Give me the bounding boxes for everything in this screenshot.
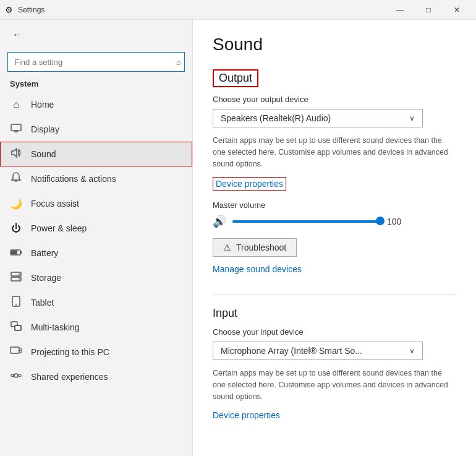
- sidebar-item-home[interactable]: ⌂ Home: [0, 92, 192, 117]
- svg-point-12: [15, 304, 17, 306]
- sidebar-tablet-label: Tablet: [31, 298, 54, 308]
- sidebar-item-power[interactable]: ⏻ Power & sleep: [0, 216, 192, 241]
- sidebar-item-projecting[interactable]: Projecting to this PC: [0, 340, 192, 364]
- input-device-properties-link[interactable]: Device properties: [213, 410, 280, 420]
- notifications-icon: [10, 172, 22, 186]
- sidebar-item-notifications[interactable]: Notifications & actions: [0, 166, 192, 191]
- maximize-button[interactable]: □: [414, 0, 443, 20]
- input-info-text: Certain apps may be set up to use differ…: [213, 368, 456, 402]
- input-device-value: Microphone Array (Intel® Smart So...: [221, 346, 362, 356]
- manage-sound-devices-link[interactable]: Manage sound devices: [213, 264, 302, 274]
- sidebar-home-label: Home: [31, 100, 54, 110]
- sidebar-shared-label: Shared experiences: [31, 372, 108, 382]
- settings-icon: ⚙: [5, 5, 13, 15]
- sidebar-item-sound[interactable]: Sound: [0, 142, 192, 166]
- volume-row: 🔊 100: [213, 215, 456, 228]
- sound-icon: [10, 148, 22, 160]
- search-input[interactable]: [7, 52, 185, 72]
- volume-value: 100: [387, 217, 406, 226]
- troubleshoot-button[interactable]: ⚠ Troubleshoot: [213, 238, 297, 257]
- output-device-dropdown[interactable]: Speakers (Realtek(R) Audio) ∨: [213, 109, 423, 127]
- device-properties-link[interactable]: Device properties: [213, 177, 286, 191]
- svg-rect-6: [20, 251, 22, 254]
- volume-thumb: [376, 217, 385, 225]
- titlebar-left: ⚙ Settings: [5, 5, 45, 15]
- sidebar-projecting-label: Projecting to this PC: [31, 347, 109, 357]
- battery-icon: [10, 247, 22, 259]
- sidebar-power-label: Power & sleep: [31, 223, 87, 233]
- output-device-value: Speakers (Realtek(R) Audio): [221, 113, 331, 123]
- sidebar-item-storage[interactable]: Storage: [0, 265, 192, 290]
- output-info-text: Certain apps may be set up to use differ…: [213, 135, 456, 170]
- tablet-icon: [10, 296, 22, 309]
- sidebar-focus-label: Focus assist: [31, 199, 79, 209]
- sidebar-item-tablet[interactable]: Tablet: [0, 290, 192, 315]
- troubleshoot-label: Troubleshoot: [236, 243, 286, 252]
- svg-marker-3: [12, 148, 17, 157]
- svg-rect-0: [11, 124, 21, 131]
- power-icon: ⏻: [10, 223, 22, 234]
- input-device-label: Choose your input device: [213, 327, 456, 337]
- display-icon: [10, 124, 22, 135]
- storage-icon: [10, 272, 22, 284]
- volume-fill: [232, 220, 381, 223]
- output-device-label: Choose your output device: [213, 95, 456, 104]
- sidebar-battery-label: Battery: [31, 248, 58, 258]
- svg-point-19: [14, 374, 18, 377]
- troubleshoot-icon: ⚠: [223, 243, 231, 252]
- sidebar-display-label: Display: [31, 124, 59, 134]
- sidebar-item-multitasking[interactable]: Multi-tasking: [0, 315, 192, 340]
- minimize-button[interactable]: —: [386, 0, 414, 20]
- sidebar-sound-label: Sound: [31, 149, 56, 159]
- sidebar-item-battery[interactable]: Battery: [0, 241, 192, 265]
- sidebar-section-label: System: [0, 77, 192, 92]
- back-button[interactable]: ←: [7, 25, 27, 45]
- sidebar-multitasking-label: Multi-tasking: [31, 322, 80, 332]
- titlebar: ⚙ Settings — □ ✕: [0, 0, 476, 20]
- search-box: ⌕: [7, 52, 185, 72]
- sidebar: ← ⌕ System ⌂ Home Display: [0, 20, 193, 456]
- sidebar-item-shared[interactable]: Shared experiences: [0, 364, 192, 389]
- content-area: Sound Output Choose your output device S…: [193, 20, 476, 456]
- sidebar-item-display[interactable]: Display: [0, 117, 192, 142]
- input-section: Input Choose your input device Microphon…: [213, 307, 456, 429]
- svg-point-10: [19, 278, 20, 280]
- page-title: Sound: [213, 35, 456, 54]
- input-device-dropdown[interactable]: Microphone Array (Intel® Smart So... ∨: [213, 342, 423, 360]
- svg-point-21: [19, 374, 21, 377]
- output-section: Output Choose your output device Speaker…: [213, 69, 456, 291]
- svg-rect-14: [15, 325, 21, 330]
- home-icon: ⌂: [10, 99, 22, 110]
- focus-icon: 🌙: [10, 198, 22, 210]
- volume-section: Master volume 🔊 100: [213, 200, 456, 228]
- svg-point-9: [19, 273, 20, 275]
- titlebar-title: Settings: [18, 6, 45, 14]
- titlebar-controls: — □ ✕: [386, 0, 471, 20]
- close-button[interactable]: ✕: [443, 0, 471, 20]
- output-dropdown-arrow: ∨: [409, 114, 415, 123]
- svg-rect-16: [11, 347, 19, 353]
- back-icon: ←: [12, 29, 22, 40]
- multitasking-icon: [10, 321, 22, 333]
- input-dropdown-arrow: ∨: [409, 346, 415, 355]
- svg-rect-5: [11, 251, 17, 254]
- sidebar-item-focus[interactable]: 🌙 Focus assist: [0, 191, 192, 216]
- shared-icon: [10, 371, 22, 383]
- output-header: Output: [213, 69, 258, 87]
- volume-icon: 🔊: [213, 215, 226, 228]
- svg-point-20: [11, 374, 14, 377]
- volume-label: Master volume: [213, 200, 456, 210]
- sidebar-storage-label: Storage: [31, 273, 61, 283]
- sidebar-nav-top: ←: [0, 20, 192, 49]
- app-body: ← ⌕ System ⌂ Home Display: [0, 20, 476, 456]
- search-icon[interactable]: ⌕: [176, 58, 181, 67]
- sidebar-notifications-label: Notifications & actions: [31, 174, 116, 184]
- projecting-icon: [10, 346, 22, 358]
- section-divider: [213, 294, 456, 295]
- input-header: Input: [213, 307, 456, 320]
- volume-slider[interactable]: [232, 220, 381, 223]
- svg-point-18: [20, 350, 21, 351]
